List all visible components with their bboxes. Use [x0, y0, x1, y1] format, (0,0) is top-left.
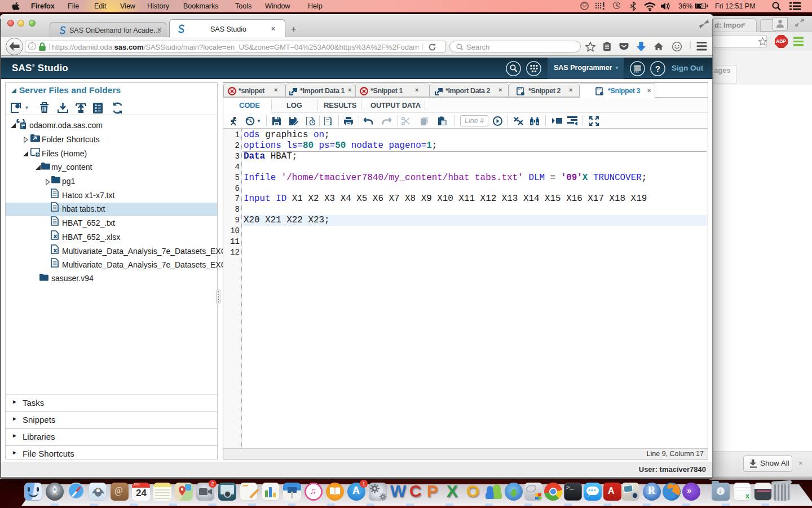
svg-text:;: ;	[329, 121, 332, 126]
svg-text:?: ?	[655, 64, 660, 73]
